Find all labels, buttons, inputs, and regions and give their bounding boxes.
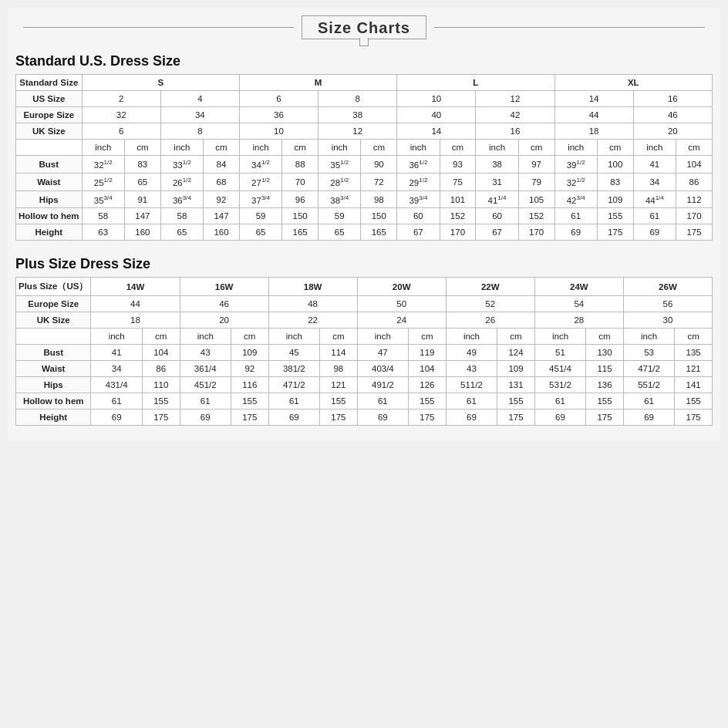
plus-unit-empty xyxy=(16,329,91,345)
bust-label: Bust xyxy=(16,156,83,174)
plus-eu-50: 50 xyxy=(357,296,446,312)
standard-m-header: M xyxy=(239,75,396,91)
us-2: 2 xyxy=(82,91,160,107)
bust-32h-cm: 83 xyxy=(124,156,160,174)
plus-hips-45h-inch: 451/2 xyxy=(180,377,231,393)
plus-uk-24: 24 xyxy=(357,312,446,329)
plus-europe-label: Europe Size xyxy=(16,296,91,312)
bust-39h-cm: 100 xyxy=(597,156,633,174)
plus-size-group-row: Plus Size（US） 14W 16W 18W 20W 22W 24W 26… xyxy=(16,278,713,296)
standard-s-header: S xyxy=(82,75,239,91)
waist-31-inch: 31 xyxy=(476,173,518,190)
bust-33h-inch: 331/2 xyxy=(160,156,203,174)
hollow-61b-cm: 170 xyxy=(676,208,713,224)
plus-hollow-61c-cm: 155 xyxy=(320,393,358,410)
unit-cm-6: cm xyxy=(518,140,554,156)
plus-hips-53h-inch: 531/2 xyxy=(534,377,585,393)
hips-39t-inch: 393/4 xyxy=(397,190,440,208)
plus-hips-55h-cm: 141 xyxy=(675,377,713,393)
plus-bust-row: Bust 41 104 43 109 45 114 47 119 49 124 … xyxy=(16,345,713,361)
eu-44: 44 xyxy=(554,107,633,123)
uk-20: 20 xyxy=(633,123,712,140)
plus-bust-45-inch: 45 xyxy=(268,345,319,361)
plus-unit-cm-5: cm xyxy=(497,329,535,345)
eu-46: 46 xyxy=(633,107,712,123)
unit-inch-7: inch xyxy=(554,140,597,156)
plus-bust-43-cm: 109 xyxy=(231,345,268,361)
plus-hips-43q-cm: 110 xyxy=(142,377,180,393)
plus-hollow-61f-cm: 155 xyxy=(586,393,624,410)
uk-10: 10 xyxy=(239,123,318,140)
plus-unit-inch-2: inch xyxy=(180,329,231,345)
plus-waist-40t-cm: 104 xyxy=(409,361,447,377)
plus-unit-inch-1: inch xyxy=(91,329,142,345)
hips-39t-cm: 101 xyxy=(440,190,476,208)
plus-waist-40t-inch: 403/4 xyxy=(357,361,408,377)
hollow-60a-cm: 152 xyxy=(440,208,476,224)
unit-cm-8: cm xyxy=(676,140,713,156)
waist-31-cm: 79 xyxy=(518,173,554,190)
unit-inch-1: inch xyxy=(82,140,124,156)
plus-eu-54: 54 xyxy=(534,296,623,312)
uk-16: 16 xyxy=(476,123,554,140)
plus-height-69d-inch: 69 xyxy=(357,410,408,426)
height-65b-inch: 65 xyxy=(239,224,281,241)
plus-hollow-61f-inch: 61 xyxy=(534,393,585,410)
plus-waist-34-cm: 86 xyxy=(142,361,180,377)
plus-waist-43-cm: 109 xyxy=(497,361,535,377)
plus-waist-row: Waist 34 86 361/4 92 381/2 98 403/4 104 … xyxy=(16,361,713,377)
standard-hips-row: Hips 353/4 91 363/4 92 373/4 96 383/4 98… xyxy=(16,190,713,208)
eu-42: 42 xyxy=(476,107,554,123)
unit-inch-4: inch xyxy=(318,140,361,156)
unit-cm-1: cm xyxy=(124,140,160,156)
uk-12: 12 xyxy=(318,123,397,140)
plus-waist-34-inch: 34 xyxy=(91,361,142,377)
waist-29h-cm: 75 xyxy=(440,173,476,190)
hips-41q-inch: 411/4 xyxy=(476,190,518,208)
uk-14: 14 xyxy=(397,123,476,140)
plus-hollow-61e-inch: 61 xyxy=(446,393,497,410)
bust-32h-inch: 321/2 xyxy=(82,156,124,174)
height-69b-inch: 69 xyxy=(633,224,676,241)
us-4: 4 xyxy=(160,91,239,107)
hips-41q-cm: 105 xyxy=(518,190,554,208)
plus-height-69a-cm: 175 xyxy=(142,410,180,426)
hollow-61b-inch: 61 xyxy=(633,208,676,224)
standard-unit-row: inch cm inch cm inch cm inch cm inch cm … xyxy=(16,140,713,156)
standard-size-group-row: Standard Size S M L XL xyxy=(16,75,713,91)
plus-unit-inch-5: inch xyxy=(446,329,497,345)
height-65a-cm: 160 xyxy=(204,224,240,241)
us-size-label: US Size xyxy=(16,91,83,107)
unit-empty xyxy=(16,140,83,156)
bust-36h-cm: 93 xyxy=(440,156,476,174)
waist-26h-inch: 261/2 xyxy=(160,173,203,190)
plus-height-label: Height xyxy=(16,410,91,426)
hips-35t-inch: 353/4 xyxy=(82,190,124,208)
plus-table: Plus Size（US） 14W 16W 18W 20W 22W 24W 26… xyxy=(15,277,713,426)
plus-hips-49h-cm: 126 xyxy=(409,377,447,393)
unit-cm-3: cm xyxy=(282,140,318,156)
plus-height-69d-cm: 175 xyxy=(409,410,447,426)
waist-27h-inch: 271/2 xyxy=(239,173,281,190)
plus-height-69b-cm: 175 xyxy=(231,410,268,426)
plus-bust-53-cm: 135 xyxy=(675,345,713,361)
title-section: Size Charts xyxy=(15,15,713,39)
eu-40: 40 xyxy=(397,107,476,123)
standard-section-title: Standard U.S. Dress Size xyxy=(15,53,713,69)
hollow-58a-cm: 147 xyxy=(124,208,160,224)
hips-44q-inch: 441/4 xyxy=(633,190,676,208)
bust-35h-inch: 351/2 xyxy=(318,156,361,174)
waist-32h-cm: 83 xyxy=(597,173,633,190)
plus-unit-cm-3: cm xyxy=(320,329,358,345)
plus-uk-18: 18 xyxy=(91,312,180,329)
hips-42t-cm: 109 xyxy=(597,190,633,208)
hips-label: Hips xyxy=(16,190,83,208)
hips-38t-inch: 383/4 xyxy=(318,190,361,208)
plus-height-69c-inch: 69 xyxy=(268,410,319,426)
plus-waist-36q-cm: 92 xyxy=(231,361,268,377)
height-65c-inch: 65 xyxy=(318,224,361,241)
plus-hollow-row: Hollow to hem 61 155 61 155 61 155 61 15… xyxy=(16,393,713,410)
us-16: 16 xyxy=(633,91,712,107)
plus-eu-52: 52 xyxy=(446,296,534,312)
plus-uk-26: 26 xyxy=(446,312,534,329)
